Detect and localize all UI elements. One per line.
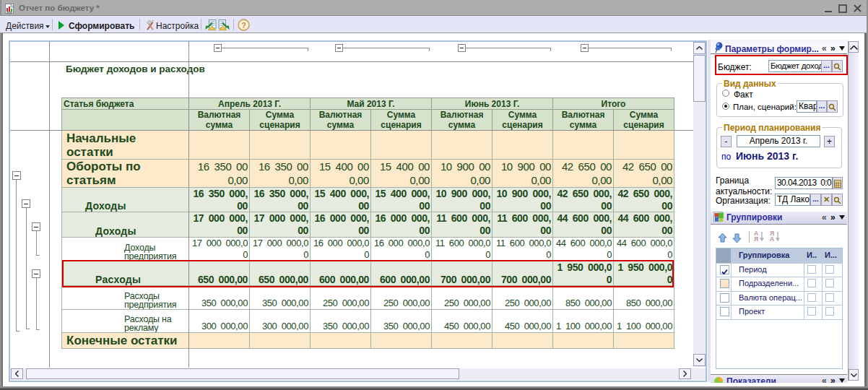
svg-text:?: ? [241, 21, 246, 30]
